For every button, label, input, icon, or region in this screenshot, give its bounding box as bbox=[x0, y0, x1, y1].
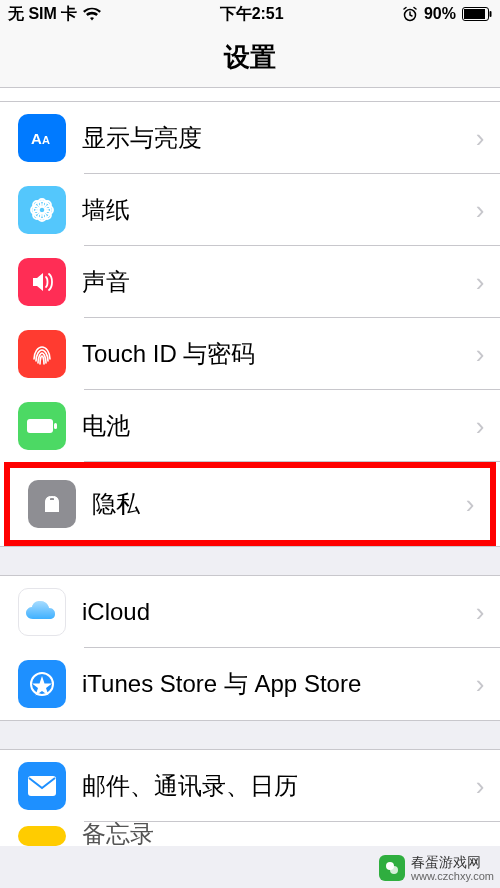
row-label: Touch ID 与密码 bbox=[66, 338, 470, 370]
battery-icon bbox=[18, 402, 66, 450]
watermark-url: www.czchxy.com bbox=[411, 870, 494, 882]
chevron-right-icon: › bbox=[470, 123, 500, 154]
row-label: 备忘录 bbox=[66, 822, 500, 846]
row-label: 墙纸 bbox=[66, 194, 470, 226]
status-bar: 无 SIM 卡 下午2:51 90% bbox=[0, 0, 500, 28]
touchid-icon bbox=[18, 330, 66, 378]
row-label: 隐私 bbox=[76, 488, 460, 520]
sounds-icon bbox=[18, 258, 66, 306]
chevron-right-icon: › bbox=[470, 411, 500, 442]
svg-text:A: A bbox=[31, 130, 42, 147]
row-label: iCloud bbox=[66, 598, 470, 626]
row-label: 邮件、通讯录、日历 bbox=[66, 770, 470, 802]
row-sounds[interactable]: 声音 › bbox=[0, 246, 500, 318]
chevron-right-icon: › bbox=[470, 339, 500, 370]
row-notes-peek[interactable]: 备忘录 bbox=[0, 822, 500, 846]
svg-rect-15 bbox=[27, 419, 53, 433]
alarm-icon bbox=[402, 6, 418, 22]
svg-point-6 bbox=[33, 201, 51, 219]
battery-icon bbox=[462, 7, 492, 21]
nav-bar: 设置 bbox=[0, 28, 500, 88]
settings-group-1: AA 显示与亮度 › 墙纸 › 声音 › Touch ID 与密码 › 电池 › bbox=[0, 102, 500, 547]
svg-point-21 bbox=[390, 866, 398, 874]
partial-row-top bbox=[0, 88, 500, 102]
row-label: 电池 bbox=[66, 410, 470, 442]
row-label: 声音 bbox=[66, 266, 470, 298]
page-title: 设置 bbox=[224, 40, 276, 75]
row-wallpaper[interactable]: 墙纸 › bbox=[0, 174, 500, 246]
carrier-text: 无 SIM 卡 bbox=[8, 4, 77, 25]
chevron-right-icon: › bbox=[470, 597, 500, 628]
icloud-icon bbox=[18, 588, 66, 636]
chevron-right-icon: › bbox=[470, 267, 500, 298]
mail-icon bbox=[18, 762, 66, 810]
settings-group-2: iCloud › iTunes Store 与 App Store › bbox=[0, 575, 500, 721]
highlight-privacy: 隐私 › bbox=[4, 462, 496, 546]
appstore-icon bbox=[18, 660, 66, 708]
watermark: 春蛋游戏网 www.czchxy.com bbox=[379, 855, 494, 882]
svg-rect-19 bbox=[28, 776, 56, 796]
settings-group-3: 邮件、通讯录、日历 › 备忘录 bbox=[0, 749, 500, 846]
svg-text:A: A bbox=[42, 134, 50, 146]
row-battery[interactable]: 电池 › bbox=[0, 390, 500, 462]
privacy-icon bbox=[28, 480, 76, 528]
chevron-right-icon: › bbox=[470, 195, 500, 226]
row-itunes-appstore[interactable]: iTunes Store 与 App Store › bbox=[0, 648, 500, 720]
chevron-right-icon: › bbox=[470, 669, 500, 700]
chevron-right-icon: › bbox=[470, 771, 500, 802]
watermark-name: 春蛋游戏网 bbox=[411, 855, 494, 870]
row-label: iTunes Store 与 App Store bbox=[66, 668, 470, 700]
row-display-brightness[interactable]: AA 显示与亮度 › bbox=[0, 102, 500, 174]
svg-rect-3 bbox=[490, 11, 492, 17]
chevron-right-icon: › bbox=[460, 489, 490, 520]
battery-pct: 90% bbox=[424, 5, 456, 23]
wallpaper-icon bbox=[18, 186, 66, 234]
display-brightness-icon: AA bbox=[18, 114, 66, 162]
row-touchid-passcode[interactable]: Touch ID 与密码 › bbox=[0, 318, 500, 390]
svg-rect-2 bbox=[464, 9, 485, 19]
row-label: 显示与亮度 bbox=[66, 122, 470, 154]
status-time: 下午2:51 bbox=[220, 4, 284, 25]
row-icloud[interactable]: iCloud › bbox=[0, 576, 500, 648]
wifi-icon bbox=[83, 7, 101, 21]
status-left: 无 SIM 卡 bbox=[8, 4, 101, 25]
svg-rect-16 bbox=[54, 423, 57, 429]
row-privacy[interactable]: 隐私 › bbox=[10, 468, 490, 540]
notes-icon bbox=[18, 826, 66, 846]
status-right: 90% bbox=[402, 5, 492, 23]
watermark-badge-icon bbox=[379, 855, 405, 881]
row-mail-contacts-calendars[interactable]: 邮件、通讯录、日历 › bbox=[0, 750, 500, 822]
